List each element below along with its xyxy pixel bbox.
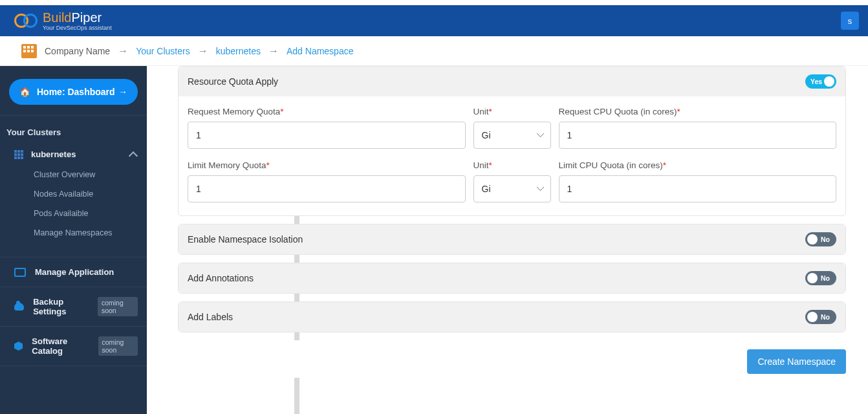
coming-soon-badge: coming soon [98,336,138,356]
sidebar: 🏠Home: Dashboard → Your Clusters kuberne… [0,66,147,414]
brand-b: Piper [71,10,102,25]
arrow-right-icon: → [118,87,127,97]
sidebar-item-more[interactable] [0,365,147,386]
breadcrumb: Company Name → Your Clusters → kubernete… [0,36,868,66]
select-unit-lim[interactable]: Gi [473,175,551,202]
sidebar-item-manage-app[interactable]: Manage Application [0,257,147,287]
sidebar-item-nodes[interactable]: Nodes Availaible [34,184,147,204]
card-title: Add Labels [188,312,233,322]
input-lim-cpu[interactable] [559,175,837,202]
coming-soon-badge: coming soon [98,297,138,316]
sidebar-section-clusters: Your Clusters [0,124,147,144]
sidebar-item-kubernetes[interactable]: kubernetes [0,144,147,165]
labels-card: Add Labels No [178,301,846,332]
sidebar-item-pods[interactable]: Pods Availaible [34,204,147,223]
arrow-icon: → [198,45,208,57]
label-lim-cpu: Limit CPU Quota (in cores) [559,160,663,170]
cluster-label: kubernetes [31,149,76,159]
create-namespace-button[interactable]: Create Namespace [747,349,846,374]
box-icon [14,342,23,351]
annotations-card: Add Annotations No [178,263,846,294]
arrow-icon: → [268,45,279,57]
card-title: Enable Namespace Isolation [188,234,303,245]
nav-label: Backup Settings [33,297,89,316]
toggle-annotations[interactable]: No [805,271,836,285]
home-icon: 🏠 [19,87,30,97]
monitor-icon [14,268,26,277]
toggle-label: No [821,313,830,321]
crumb-clusters[interactable]: Your Clusters [136,46,190,56]
select-unit-req[interactable]: Gi [473,122,551,149]
brand-tag: Your DevSecOps assistant [43,25,112,31]
toggle-label: Yes [810,78,822,85]
app-header: BuildPiper Your DevSecOps assistant s [0,5,868,36]
crumb-page[interactable]: Add Namespace [287,46,354,56]
sidebar-item-catalog[interactable]: Software Catalog coming soon [0,326,147,365]
cloud-icon [14,303,24,310]
brand-a: Build [43,10,71,25]
home-button[interactable]: 🏠Home: Dashboard → [9,79,138,105]
sidebar-item-namespaces[interactable]: Manage Namespaces [34,223,147,243]
user-avatar[interactable]: s [841,12,859,30]
logo-icon [14,12,39,29]
home-label: Home: Dashboard [37,87,115,97]
input-req-mem[interactable] [188,122,466,149]
logo[interactable]: BuildPiper Your DevSecOps assistant [14,11,112,31]
toggle-label: No [821,235,830,243]
toggle-labels[interactable]: No [805,310,836,324]
main-content: Resource Quota Apply Yes Request Memory … [147,66,868,414]
card-title: Add Annotations [188,273,254,283]
toggle-label: No [821,274,830,282]
toggle-resource-quota[interactable]: Yes [805,74,836,89]
nav-label: Manage Application [35,267,114,277]
label-lim-mem: Limit Memory Quota [188,160,266,170]
resource-quota-card: Resource Quota Apply Yes Request Memory … [178,66,846,216]
nav-label: Software Catalog [32,336,89,356]
crumb-company: Company Name [45,46,110,56]
arrow-icon: → [118,45,128,57]
label-req-mem: Request Memory Quota [188,107,280,116]
input-lim-mem[interactable] [188,175,466,202]
sidebar-item-backup[interactable]: Backup Settings coming soon [0,287,147,326]
input-req-cpu[interactable] [559,122,837,149]
label-req-cpu: Request CPU Quota (in cores) [559,107,677,116]
label-unit2: Unit [473,160,489,170]
label-unit: Unit [473,107,489,116]
chevron-up-icon [129,150,138,159]
isolation-card: Enable Namespace Isolation No [178,224,846,255]
company-icon [21,44,37,58]
grid-icon [14,150,23,159]
sidebar-item-overview[interactable]: Cluster Overview [34,165,147,184]
crumb-cluster[interactable]: kubernetes [216,46,261,56]
card-title: Resource Quota Apply [188,76,278,87]
toggle-isolation[interactable]: No [805,232,836,246]
